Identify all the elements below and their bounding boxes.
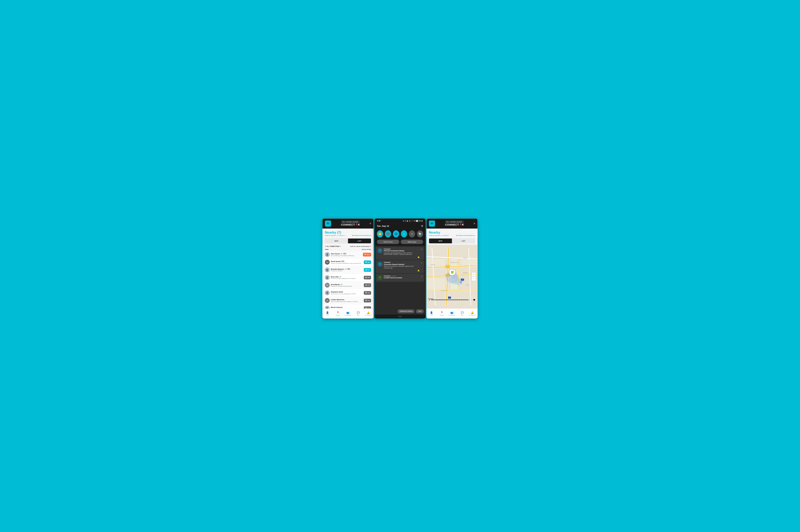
notification-app-name-3: Connector [384, 275, 390, 277]
svg-text:Sands Ave: Sands Ave [463, 272, 468, 273]
nav-you-map[interactable]: 👤 You [426, 308, 437, 318]
view-toggle: MAP LIST [325, 238, 371, 243]
slider-thumb[interactable] [473, 299, 475, 301]
svg-rect-19 [426, 278, 446, 289]
network-type: 5G [414, 220, 415, 222]
notification-card[interactable]: 📍 Connector Potential Connections Nearby… [376, 247, 424, 260]
map-container: S Inn Rd W Desert Inn Rd S Samm Sands Av… [426, 245, 478, 308]
cast-quick-toggle[interactable]: 📡 [417, 230, 423, 238]
nav-connections-map[interactable]: 👥 Connections [447, 308, 457, 318]
carrier-label: AT&T [375, 315, 426, 318]
notification-expand-chevron[interactable]: ∧ [421, 248, 422, 250]
map-toggle-button-map[interactable]: MAP [429, 238, 452, 243]
list-item[interactable]: DH David Howell NLB Director of Transiti… [322, 258, 374, 266]
chat-icon-map: 💬 [461, 311, 464, 314]
notification-collapse-chevron[interactable]: ∨ [421, 262, 422, 264]
nav-you-label-map: You [431, 315, 433, 316]
connections-list: 👤 Alex Caruso 🔗 NLB Account Manager at S… [322, 251, 374, 308]
media-output-button[interactable]: Media output [401, 240, 423, 244]
list-toggle-button[interactable]: LIST [348, 238, 371, 243]
nlb-badge: NLB [341, 261, 345, 262]
notification-chevron-3[interactable]: ∨ [421, 275, 422, 277]
nav-chat[interactable]: 💬 Chat [353, 308, 364, 318]
sort-filter[interactable]: SORT BY: VALUE SCORE (DESC) ▼ [350, 246, 371, 247]
device-control-button[interactable]: Device control [377, 240, 399, 244]
logo-pin-map: 📍 [459, 223, 462, 226]
map-marker[interactable]: 🍀 [449, 269, 456, 276]
menu-button[interactable]: ≡ [370, 222, 371, 225]
score-badge: ⏱ 1.2 [364, 306, 371, 308]
list-item[interactable]: 👤 Alex Caruso 🔗 NLB Account Manager at S… [322, 251, 374, 259]
nav-you-label: You [327, 315, 329, 316]
connections-icon: 👥 [346, 311, 349, 314]
updated-badge: UPDATED A FEW SECONDS AGO [352, 235, 371, 236]
nav-nearby-map[interactable]: 📍 Nearby [437, 308, 447, 318]
logo-pin: 📍 [355, 223, 358, 226]
notification-list: 📍 Connector Potential Connections Nearby… [375, 246, 426, 308]
nav-notifications[interactable]: 🔔 Notifications [363, 308, 374, 318]
svg-text:E Harmon Ave: E Harmon Ave [441, 290, 448, 291]
clear-notifications-button[interactable]: Clear [416, 309, 424, 313]
mute-quick-toggle[interactable]: 🔇 [385, 230, 391, 238]
quick-settings-panel: 📶 🔇 🔵 ↕ ✈ 📡 [375, 229, 426, 239]
notification-app-name-2: Connector [384, 262, 420, 263]
updated-badge-map: UPDATED A FEW SECONDS AGO [456, 235, 475, 236]
status-bar: 4:48 🔵 N ⏰ 🔇 📍 5G ▊▊ 98%🔋 [375, 218, 426, 223]
nav-connections[interactable]: 👥 Connections [343, 308, 353, 318]
you-icon-map: 👤 [430, 311, 433, 314]
nearby-title-map: Nearby [429, 230, 475, 234]
item-info: Brandon Rayburn 🔗 NLB President at Speci… [331, 268, 363, 271]
gauge-icon: ⏱ [365, 268, 367, 271]
list-toggle-button-map[interactable]: LIST [452, 238, 475, 243]
status-icons: 🔵 N ⏰ 🔇 📍 5G ▊▊ 98%🔋 [403, 220, 423, 222]
link-icon: 🔗 [341, 253, 343, 254]
nav-notifications-map[interactable]: 🔔 Notifications [467, 308, 478, 318]
list-item[interactable]: 👤 Bruce Hail 🔗 Sr Director, Program Mana… [322, 273, 374, 281]
nearby-section-header-map: Nearby SEARCH RADIUS = 10 MILES UPDATED … [426, 229, 478, 237]
search-radius-map[interactable]: SEARCH RADIUS = 10 MILES [429, 235, 449, 236]
score-badge: ⏱ 5.8 [364, 260, 371, 264]
menu-button-map[interactable]: ≡ [474, 222, 475, 225]
settings-button[interactable]: ⚙ [421, 224, 423, 227]
notification-settings-button[interactable]: Notification settings [398, 309, 415, 313]
notification-card-3[interactable]: 📍 Connector 4:48 PM Location Service act… [376, 273, 424, 282]
airplane-quick-toggle[interactable]: ✈ [409, 230, 415, 238]
nav-nearby-label-map: Nearby [440, 315, 443, 316]
search-radius[interactable]: SEARCH RADIUS = 5 MILES ▼ [325, 235, 346, 236]
nav-nearby[interactable]: 📍 Nearby [333, 308, 343, 318]
zoom-out-button[interactable]: − [472, 277, 476, 281]
zoom-in-button[interactable]: + [472, 272, 476, 277]
list-item[interactable]: SM Scott Martin 🔗 President at Strategic… [322, 281, 374, 289]
eye-logo-map: 👁 [429, 220, 435, 227]
name-column-header: NAME [325, 249, 329, 250]
notification-card[interactable]: 📍 Connector Connection Request Updated! … [376, 260, 424, 273]
connections-filter[interactable]: ▽ ALL CONNECTIONS ▼ [325, 245, 341, 247]
notification-title-3: Location Service activated [384, 277, 420, 279]
bluetooth-quick-toggle[interactable]: 🔵 [393, 230, 399, 238]
notification-content-2: Connector Connection Request Updated! St… [384, 262, 420, 272]
notification-body-2: Steven has accept your connection reques… [384, 266, 420, 269]
list-item[interactable]: 👤 Brandon Rayburn 🔗 NLB President at Spe… [322, 266, 374, 273]
item-name: Brandon Rayburn 🔗 NLB [331, 268, 363, 270]
avatar: SM [325, 283, 330, 288]
list-item[interactable]: LM Landon Martinson Sales and Marketing … [322, 297, 374, 304]
wifi-quick-toggle[interactable]: 📶 [377, 230, 383, 238]
nav-you[interactable]: 👤 You [322, 308, 333, 318]
network-icon: N [405, 220, 406, 222]
nearby-meta: SEARCH RADIUS = 5 MILES ▼ UPDATED A FEW … [325, 235, 371, 236]
view-toggle-map: MAP LIST [429, 238, 475, 243]
notification-content-3: Connector 4:48 PM Location Service activ… [384, 275, 420, 279]
list-item[interactable]: 👤 Stephanie Smith Senior Director, Produ… [322, 289, 374, 297]
map-toggle-button[interactable]: MAP [325, 238, 348, 243]
map-slider: 0 [426, 299, 478, 301]
notification-content: Connector Potential Connections Nearby C… [384, 248, 420, 258]
nav-chat-map[interactable]: 💬 Chat [457, 308, 468, 318]
notification-title-2: Connection Request Updated! [384, 264, 420, 265]
svg-rect-18 [461, 259, 478, 266]
list-item[interactable]: 👤 Merritt Johnson Head of Business Devel… [322, 304, 374, 308]
data-quick-toggle[interactable]: ↕ [401, 230, 407, 238]
item-title: Sr Director, Program Management at Equif… [331, 278, 363, 279]
svg-rect-14 [446, 265, 450, 268]
avatar: 👤 [325, 290, 330, 295]
app-header: 👁 NO LONGER BOUND CONNECT📍R ≡ [322, 218, 374, 229]
